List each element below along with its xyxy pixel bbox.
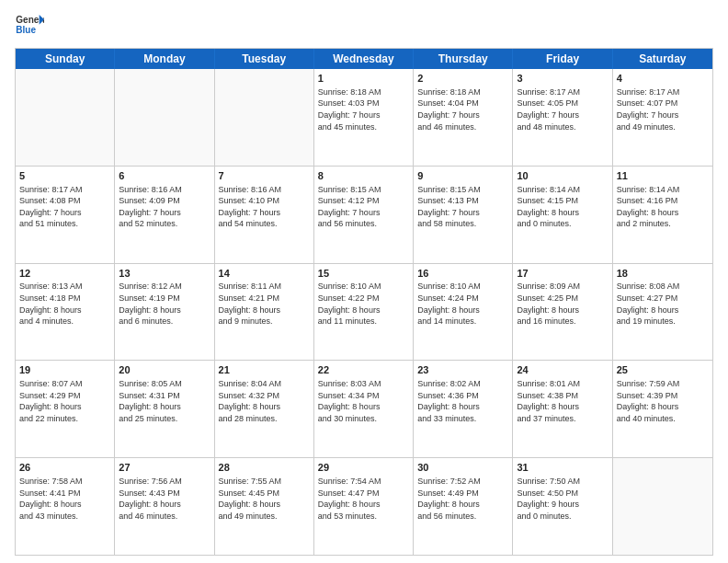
calendar-day-12: 12Sunrise: 8:13 AM Sunset: 4:18 PM Dayli… — [16, 264, 115, 361]
calendar-day-20: 20Sunrise: 8:05 AM Sunset: 4:31 PM Dayli… — [115, 361, 214, 457]
calendar-day-18: 18Sunrise: 8:08 AM Sunset: 4:27 PM Dayli… — [613, 264, 712, 361]
logo-svg: General Blue — [15, 11, 44, 40]
calendar-day-23: 23Sunrise: 8:02 AM Sunset: 4:36 PM Dayli… — [414, 361, 513, 457]
day-info: Sunrise: 8:17 AM Sunset: 4:08 PM Dayligh… — [19, 184, 110, 230]
day-number: 29 — [318, 461, 409, 475]
calendar-row: 5Sunrise: 8:17 AM Sunset: 4:08 PM Daylig… — [16, 167, 712, 264]
day-number: 9 — [417, 169, 508, 183]
calendar-day-2: 2Sunrise: 8:18 AM Sunset: 4:04 PM Daylig… — [414, 69, 513, 166]
calendar-day-7: 7Sunrise: 8:16 AM Sunset: 4:10 PM Daylig… — [215, 167, 314, 263]
day-info: Sunrise: 8:09 AM Sunset: 4:25 PM Dayligh… — [517, 281, 608, 327]
calendar-empty-cell — [115, 69, 214, 166]
day-number: 1 — [318, 72, 409, 86]
calendar-day-21: 21Sunrise: 8:04 AM Sunset: 4:32 PM Dayli… — [215, 361, 314, 457]
calendar-empty-cell — [215, 69, 314, 166]
day-number: 31 — [517, 461, 608, 475]
day-number: 4 — [617, 72, 709, 86]
day-info: Sunrise: 7:59 AM Sunset: 4:39 PM Dayligh… — [617, 378, 709, 424]
calendar-day-27: 27Sunrise: 7:56 AM Sunset: 4:43 PM Dayli… — [115, 458, 214, 555]
weekday-header: Thursday — [414, 49, 513, 69]
calendar-day-26: 26Sunrise: 7:58 AM Sunset: 4:41 PM Dayli… — [16, 458, 115, 555]
calendar-day-6: 6Sunrise: 8:16 AM Sunset: 4:09 PM Daylig… — [115, 167, 214, 263]
day-info: Sunrise: 7:50 AM Sunset: 4:50 PM Dayligh… — [517, 476, 608, 522]
day-info: Sunrise: 7:55 AM Sunset: 4:45 PM Dayligh… — [219, 476, 310, 522]
day-number: 16 — [417, 267, 508, 281]
day-number: 24 — [517, 363, 608, 377]
calendar-empty-cell — [613, 458, 712, 555]
day-number: 30 — [417, 461, 508, 475]
logo: General Blue — [15, 11, 44, 40]
calendar-day-17: 17Sunrise: 8:09 AM Sunset: 4:25 PM Dayli… — [513, 264, 612, 361]
calendar-day-14: 14Sunrise: 8:11 AM Sunset: 4:21 PM Dayli… — [215, 264, 314, 361]
calendar-day-13: 13Sunrise: 8:12 AM Sunset: 4:19 PM Dayli… — [115, 264, 214, 361]
calendar-row: 12Sunrise: 8:13 AM Sunset: 4:18 PM Dayli… — [16, 264, 712, 362]
day-info: Sunrise: 8:14 AM Sunset: 4:15 PM Dayligh… — [517, 184, 608, 230]
day-number: 17 — [517, 267, 608, 281]
day-number: 5 — [19, 169, 110, 183]
header: General Blue — [15, 11, 713, 40]
day-info: Sunrise: 8:18 AM Sunset: 4:03 PM Dayligh… — [318, 86, 409, 132]
day-number: 18 — [617, 267, 709, 281]
day-info: Sunrise: 8:01 AM Sunset: 4:38 PM Dayligh… — [517, 378, 608, 424]
calendar-day-29: 29Sunrise: 7:54 AM Sunset: 4:47 PM Dayli… — [314, 458, 414, 555]
calendar-day-5: 5Sunrise: 8:17 AM Sunset: 4:08 PM Daylig… — [16, 167, 115, 263]
weekday-header: Monday — [115, 49, 214, 69]
day-info: Sunrise: 7:56 AM Sunset: 4:43 PM Dayligh… — [119, 476, 210, 522]
day-info: Sunrise: 8:15 AM Sunset: 4:12 PM Dayligh… — [318, 184, 409, 230]
svg-text:Blue: Blue — [16, 25, 36, 35]
calendar-day-19: 19Sunrise: 8:07 AM Sunset: 4:29 PM Dayli… — [16, 361, 115, 457]
day-info: Sunrise: 8:18 AM Sunset: 4:04 PM Dayligh… — [417, 86, 508, 132]
calendar-day-22: 22Sunrise: 8:03 AM Sunset: 4:34 PM Dayli… — [314, 361, 414, 457]
calendar-header: SundayMondayTuesdayWednesdayThursdayFrid… — [16, 49, 712, 69]
calendar-day-8: 8Sunrise: 8:15 AM Sunset: 4:12 PM Daylig… — [314, 167, 414, 263]
day-number: 10 — [517, 169, 608, 183]
day-info: Sunrise: 8:12 AM Sunset: 4:19 PM Dayligh… — [119, 281, 210, 327]
calendar-day-10: 10Sunrise: 8:14 AM Sunset: 4:15 PM Dayli… — [513, 167, 612, 263]
day-number: 21 — [219, 363, 310, 377]
day-number: 28 — [219, 461, 310, 475]
day-number: 14 — [219, 267, 310, 281]
day-info: Sunrise: 8:15 AM Sunset: 4:13 PM Dayligh… — [417, 184, 508, 230]
day-info: Sunrise: 8:08 AM Sunset: 4:27 PM Dayligh… — [617, 281, 709, 327]
day-info: Sunrise: 8:02 AM Sunset: 4:36 PM Dayligh… — [417, 378, 508, 424]
weekday-header: Saturday — [613, 49, 712, 69]
calendar-row: 19Sunrise: 8:07 AM Sunset: 4:29 PM Dayli… — [16, 361, 712, 458]
day-info: Sunrise: 8:10 AM Sunset: 4:24 PM Dayligh… — [417, 281, 508, 327]
calendar-day-16: 16Sunrise: 8:10 AM Sunset: 4:24 PM Dayli… — [414, 264, 513, 361]
day-number: 6 — [119, 169, 210, 183]
calendar-day-4: 4Sunrise: 8:17 AM Sunset: 4:07 PM Daylig… — [613, 69, 712, 166]
day-info: Sunrise: 8:07 AM Sunset: 4:29 PM Dayligh… — [19, 378, 110, 424]
day-number: 11 — [617, 169, 709, 183]
day-number: 7 — [219, 169, 310, 183]
day-info: Sunrise: 8:17 AM Sunset: 4:07 PM Dayligh… — [617, 86, 709, 132]
day-info: Sunrise: 8:04 AM Sunset: 4:32 PM Dayligh… — [219, 378, 310, 424]
calendar-empty-cell — [16, 69, 115, 166]
weekday-header: Friday — [513, 49, 612, 69]
day-info: Sunrise: 8:14 AM Sunset: 4:16 PM Dayligh… — [617, 184, 709, 230]
day-info: Sunrise: 7:54 AM Sunset: 4:47 PM Dayligh… — [318, 476, 409, 522]
calendar-day-9: 9Sunrise: 8:15 AM Sunset: 4:13 PM Daylig… — [414, 167, 513, 263]
weekday-header: Wednesday — [314, 49, 414, 69]
day-info: Sunrise: 8:03 AM Sunset: 4:34 PM Dayligh… — [318, 378, 409, 424]
day-number: 2 — [417, 72, 508, 86]
day-number: 26 — [19, 461, 110, 475]
weekday-header: Tuesday — [215, 49, 314, 69]
day-number: 8 — [318, 169, 409, 183]
day-info: Sunrise: 8:11 AM Sunset: 4:21 PM Dayligh… — [219, 281, 310, 327]
calendar-body: 1Sunrise: 8:18 AM Sunset: 4:03 PM Daylig… — [16, 69, 712, 555]
calendar: SundayMondayTuesdayWednesdayThursdayFrid… — [15, 48, 713, 556]
day-number: 13 — [119, 267, 210, 281]
day-number: 19 — [19, 363, 110, 377]
calendar-day-1: 1Sunrise: 8:18 AM Sunset: 4:03 PM Daylig… — [314, 69, 414, 166]
day-number: 20 — [119, 363, 210, 377]
day-info: Sunrise: 8:17 AM Sunset: 4:05 PM Dayligh… — [517, 86, 608, 132]
calendar-day-25: 25Sunrise: 7:59 AM Sunset: 4:39 PM Dayli… — [613, 361, 712, 457]
calendar-day-30: 30Sunrise: 7:52 AM Sunset: 4:49 PM Dayli… — [414, 458, 513, 555]
calendar-day-15: 15Sunrise: 8:10 AM Sunset: 4:22 PM Dayli… — [314, 264, 414, 361]
calendar-row: 1Sunrise: 8:18 AM Sunset: 4:03 PM Daylig… — [16, 69, 712, 167]
day-info: Sunrise: 7:58 AM Sunset: 4:41 PM Dayligh… — [19, 476, 110, 522]
day-number: 25 — [617, 363, 709, 377]
day-info: Sunrise: 7:52 AM Sunset: 4:49 PM Dayligh… — [417, 476, 508, 522]
day-number: 23 — [417, 363, 508, 377]
day-info: Sunrise: 8:16 AM Sunset: 4:09 PM Dayligh… — [119, 184, 210, 230]
